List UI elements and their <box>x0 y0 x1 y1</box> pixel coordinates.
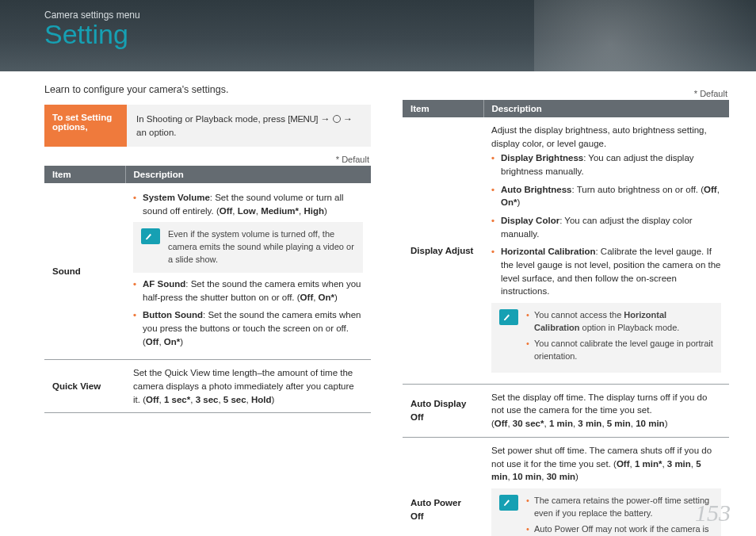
opt: 5 sec <box>223 395 246 404</box>
term: Display Brightness <box>501 153 583 163</box>
row-desc-display-adjust: Adjust the display brightness, auto brig… <box>483 117 729 384</box>
row-label-auto-display-off: Auto Display Off <box>403 384 483 437</box>
right-column: * Default Item Description Display Adjus… <box>403 84 729 536</box>
settings-table-left: Item Description Sound System Volume: Se… <box>44 166 371 414</box>
opt: On* <box>319 293 334 302</box>
bullet-button-sound: Button Sound: Set the sound the camera e… <box>133 308 363 348</box>
term: Button Sound <box>143 310 203 320</box>
set-options-label: To set Setting options, <box>44 105 127 147</box>
note-text: Even if the system volume is turned off,… <box>168 228 355 266</box>
left-column: Learn to configure your camera's setting… <box>44 84 371 536</box>
set-body-pre: In Shooting or Playback mode, press [ <box>136 114 290 124</box>
bullet-display-brightness: Display Brightness: You can adjust the d… <box>491 151 721 178</box>
opt: Off <box>300 293 314 302</box>
opt: 10 min <box>636 419 664 428</box>
opt: 30 min <box>547 472 575 481</box>
set-options-row: To set Setting options, In Shooting or P… <box>44 105 371 147</box>
note-icon <box>499 495 518 511</box>
table-row: Auto Power Off Set power shut off time. … <box>403 437 729 536</box>
term: Auto Brightness <box>501 185 571 194</box>
page-number: 153 <box>695 500 731 526</box>
intro-text: Learn to configure your camera's setting… <box>44 84 371 95</box>
note-box: The camera retains the power-off time se… <box>491 488 721 536</box>
bullet-horizontal-calibration: Horizontal Calibration: Calibrate the le… <box>491 245 721 298</box>
opt: Low <box>238 206 256 216</box>
note-box: Even if the system volume is turned off,… <box>133 222 363 273</box>
t: option in Playback mode. <box>579 323 679 332</box>
bullet-af-sound: AF Sound: Set the sound the camera emits… <box>133 278 363 304</box>
gear-icon <box>333 115 341 123</box>
note-line: You cannot calibrate the level gauge in … <box>526 338 713 363</box>
opt: 1 min* <box>635 459 662 469</box>
opt: On* <box>164 337 180 346</box>
opt: Medium* <box>261 206 299 216</box>
opt: Off <box>494 419 508 428</box>
opt: 3 sec <box>196 395 219 404</box>
row-desc-quickview: Set the Quick View time length–the amoun… <box>125 360 371 413</box>
note-line: You cannot access the Horizontal Calibra… <box>526 309 713 335</box>
col-header-desc: Description <box>125 166 371 183</box>
opt: 10 min <box>513 472 541 481</box>
note-line: Auto Power Off may not work if the camer… <box>526 523 713 536</box>
settings-table-right: Item Description Display Adjust Adjust t… <box>403 100 729 536</box>
page-body: Learn to configure your camera's setting… <box>0 71 756 536</box>
menu-button-label: MENU <box>290 114 315 124</box>
table-row: Quick View Set the Quick View time lengt… <box>44 360 371 413</box>
term: Display Color <box>501 216 559 225</box>
col-header-desc: Description <box>483 100 729 117</box>
opt: Off <box>146 337 159 346</box>
page-title: Setting <box>44 19 756 50</box>
page-header: Camera settings menu Setting <box>0 0 756 71</box>
note-box: You cannot access the Horizontal Calibra… <box>491 303 721 373</box>
note-icon <box>499 309 518 325</box>
opt: Off <box>617 459 630 469</box>
opt: High <box>304 206 324 216</box>
opt: Off <box>220 206 233 216</box>
term: System Volume <box>143 193 210 202</box>
row-desc-sound: System Volume: Set the sound volume or t… <box>125 183 371 360</box>
term: Horizontal Calibration <box>501 247 595 256</box>
col-header-item: Item <box>403 100 483 117</box>
opt: 5 min <box>607 419 631 428</box>
t: You cannot access the <box>534 310 624 320</box>
opt: Off <box>146 395 159 404</box>
row-desc-auto-display-off: Set the display off time. The display tu… <box>483 384 729 437</box>
opt: 1 sec* <box>164 395 190 404</box>
opt: Hold <box>251 395 272 404</box>
note-line: The camera retains the power-off time se… <box>526 495 713 520</box>
arrow-icon: → <box>343 113 353 124</box>
text: Set the display off time. The display tu… <box>491 392 707 415</box>
row-label-auto-power-off: Auto Power Off <box>403 437 483 536</box>
bullet-display-color: Display Color: You can adjust the displa… <box>491 214 721 240</box>
col-header-item: Item <box>44 166 125 183</box>
row-label-quickview: Quick View <box>44 360 125 413</box>
opt: On* <box>501 197 517 207</box>
term: AF Sound <box>143 279 185 289</box>
bullet-auto-brightness: Auto Brightness: Turn auto brightness on… <box>491 183 721 209</box>
row-label-display-adjust: Display Adjust <box>403 117 483 384</box>
opt: 3 min <box>578 419 601 428</box>
set-body-post: an option. <box>136 128 177 137</box>
default-note: * Default <box>403 89 727 98</box>
text: : Turn auto brightness on or off. ( <box>571 185 704 194</box>
arrow-icon: → <box>321 113 330 124</box>
bullet-system-volume: System Volume: Set the sound volume or t… <box>133 191 363 217</box>
opt: 1 min <box>549 419 573 428</box>
note-icon <box>141 228 160 244</box>
opt: 3 min <box>667 459 691 469</box>
row-desc-auto-power-off: Set power shut off time. The camera shut… <box>483 437 729 536</box>
intro-line: Adjust the display brightness, auto brig… <box>491 124 721 150</box>
table-row: Display Adjust Adjust the display bright… <box>403 117 729 384</box>
row-label-sound: Sound <box>44 183 125 360</box>
set-options-body: In Shooting or Playback mode, press [MEN… <box>127 105 371 147</box>
opt: 30 sec* <box>513 419 544 428</box>
opt: Off <box>704 185 717 194</box>
table-row: Sound System Volume: Set the sound volum… <box>44 183 371 360</box>
default-note: * Default <box>44 155 369 164</box>
table-row: Auto Display Off Set the display off tim… <box>403 384 729 437</box>
